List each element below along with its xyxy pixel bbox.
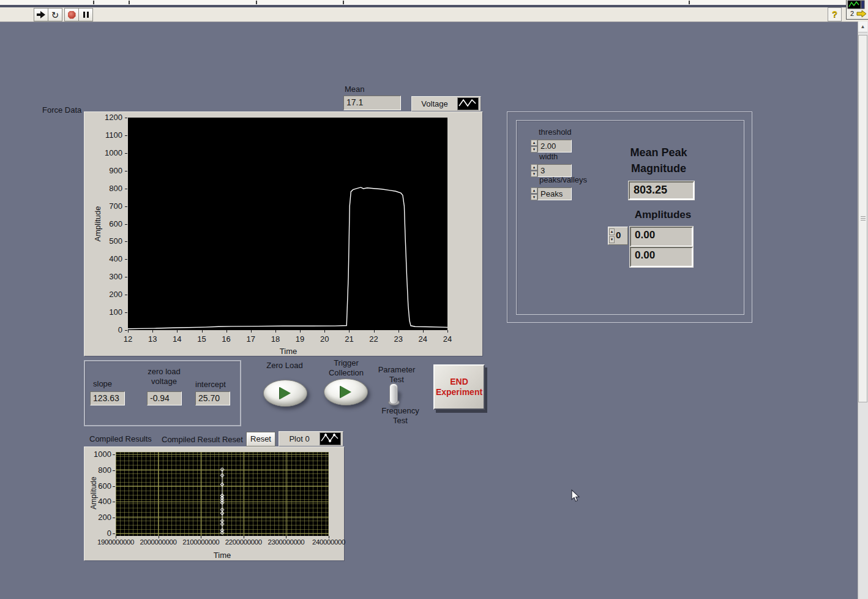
amplitudes-value-0: 0.00 (630, 227, 693, 247)
width-label: width (539, 152, 558, 161)
intercept-indicator: 25.70 (195, 391, 230, 405)
compiled-legend-line-icon (320, 432, 341, 445)
force-chart-ytick-mark (125, 153, 127, 154)
compiled-chart-ytick-label: 1000 (86, 450, 111, 459)
force-chart-xtick-label: 18 (266, 334, 285, 344)
force-chart-legend[interactable]: Voltage (411, 96, 481, 111)
compiled-chart-ytick-label: 0 (86, 529, 111, 538)
force-chart-xtick-mark (300, 330, 301, 333)
abort-button[interactable] (64, 8, 79, 21)
compiled-chart-ytick-mark (113, 454, 115, 455)
zero-load-label: Zero Load (260, 361, 309, 371)
scrollbar-thumb[interactable] (858, 35, 867, 402)
trigger-collection-button[interactable] (324, 379, 368, 405)
menu-text-fragment (343, 1, 344, 4)
menu-text-fragment (93, 1, 94, 4)
compiled-chart-trace (116, 452, 329, 536)
compiled-chart-ytick-label: 800 (86, 465, 111, 475)
end-experiment-button[interactable]: END Experiment (433, 364, 485, 410)
force-chart-ytick-mark (125, 118, 127, 118)
intercept-label: intercept (195, 380, 226, 389)
amplitudes-index-value: 0 (616, 230, 621, 240)
force-chart-xtick-mark (398, 330, 399, 333)
compiled-chart-frame: Amplitude Time 1000800600400200019000000… (84, 446, 345, 561)
compiled-chart-xtick-label: 240000000 (305, 538, 353, 546)
toggle-lever[interactable] (389, 383, 398, 404)
compiled-result-reset-label: Compiled Result Reset (162, 435, 243, 444)
force-chart-title: Force Data (42, 105, 81, 115)
force-chart-xtick-mark (374, 330, 375, 333)
menu-text-fragment (256, 1, 257, 4)
amplitudes-index-box[interactable]: ▲▼ 0 (608, 227, 628, 245)
scrollbar-up-arrow[interactable]: ▲ (858, 21, 867, 32)
vertical-scrollbar[interactable]: ▲ (858, 21, 868, 599)
compiled-chart-xtick-mark (159, 536, 159, 538)
force-chart-xtick-label: 22 (365, 334, 383, 344)
force-chart-ytick-mark (125, 206, 127, 207)
compiled-chart-ytick-mark (113, 502, 115, 502)
force-chart-ytick-label: 300 (87, 272, 122, 281)
compiled-chart-xtick-mark (201, 536, 201, 538)
scrollbar-grip (861, 216, 866, 220)
compiled-chart-ytick-mark (113, 470, 115, 471)
compiled-chart-xtick-label: 2100000000 (177, 538, 225, 546)
force-chart-ytick-label: 200 (87, 290, 122, 299)
help-button[interactable]: ? (828, 7, 842, 21)
amplitudes-index-spinner[interactable]: ▲▼ (609, 228, 615, 243)
run-button[interactable] (34, 8, 48, 21)
force-chart-xtick-mark (275, 330, 276, 333)
pause-button[interactable] (78, 8, 93, 21)
force-chart-xtick-mark (447, 330, 448, 333)
reset-button[interactable]: Reset (246, 432, 275, 446)
run-continuous-button[interactable]: ↻ (48, 8, 62, 21)
force-chart-ytick-label: 900 (87, 166, 122, 175)
force-chart-xtick-mark (349, 330, 350, 333)
trigger-collection-label: Trigger Collection (320, 358, 372, 378)
slope-label: slope (93, 379, 112, 388)
force-chart-x-axis-label: Time (277, 347, 299, 356)
force-legend-plot-name: Voltage (412, 99, 457, 108)
width-spinner[interactable]: ▲▼ (531, 164, 537, 177)
mouse-cursor (571, 489, 581, 503)
mean-label: Mean (345, 85, 365, 94)
zero-load-button[interactable] (263, 380, 307, 407)
force-chart-xtick-mark (324, 330, 325, 333)
threshold-label: threshold (539, 127, 571, 137)
force-chart-xtick-label: 20 (315, 334, 334, 344)
compiled-chart-legend[interactable]: Plot 0 (279, 431, 343, 446)
compiled-chart-y-axis-label: Amplitude (89, 473, 98, 513)
force-chart-ytick-label: 400 (87, 254, 122, 263)
force-chart-ytick-mark (125, 224, 127, 225)
compiled-legend-plot-name: Plot 0 (279, 434, 320, 443)
force-chart-xtick-label: 13 (143, 334, 162, 344)
slope-indicator: 123.63 (90, 391, 125, 405)
force-chart-xtick-mark (152, 330, 153, 333)
force-chart-ytick-label: 600 (87, 219, 122, 228)
menu-text-fragment (689, 1, 690, 4)
compiled-chart-ytick-mark (113, 486, 115, 487)
force-chart-xtick-label: 15 (193, 334, 211, 344)
force-chart-ytick-mark (125, 295, 127, 295)
force-chart-ytick-mark (125, 171, 127, 171)
force-chart-ytick-mark (125, 277, 127, 277)
peaks-valleys-selector[interactable]: Peaks (537, 187, 572, 200)
threshold-spinner[interactable]: ▲▼ (531, 140, 537, 153)
zero-load-voltage-indicator: -0.94 (147, 391, 182, 405)
force-chart-ytick-label: 0 (87, 325, 122, 334)
threshold-input[interactable]: 2.00 (537, 140, 572, 153)
force-chart-ytick-label: 1200 (87, 113, 122, 122)
compiled-chart-ytick-label: 200 (86, 513, 111, 522)
force-chart-xtick-label: 16 (217, 334, 236, 344)
peaks-valleys-label: peaks/valleys (539, 175, 587, 184)
compiled-chart-xtick-label: 2200000000 (220, 538, 268, 546)
force-chart-ytick-mark (125, 241, 127, 242)
compiled-chart-xtick-mark (116, 536, 116, 538)
vi-icon[interactable]: 2 (846, 0, 868, 20)
force-chart-xtick-label: 24 (438, 334, 457, 344)
peaks-valleys-spinner[interactable]: ▲▼ (531, 187, 537, 200)
compiled-chart-ytick-mark (113, 533, 115, 534)
labview-toolbar: ↻ ? (0, 7, 868, 22)
labview-front-panel: ↻ ? 2 ▲ Force Data Mean 17.1 Voltage (0, 0, 868, 599)
pause-icon (82, 9, 89, 20)
compiled-chart-xtick-mark (329, 536, 329, 538)
